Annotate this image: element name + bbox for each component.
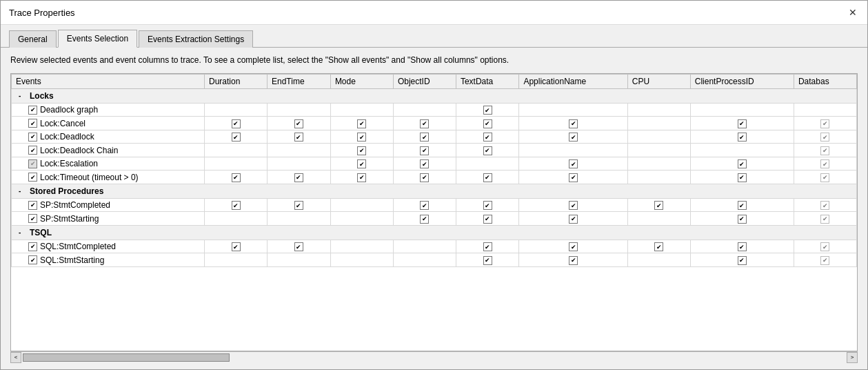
checkbox-clientpid[interactable] bbox=[738, 215, 747, 224]
cell-cpu bbox=[627, 130, 690, 144]
checkbox-appname[interactable] bbox=[569, 256, 578, 265]
checkbox-appname[interactable] bbox=[569, 173, 578, 182]
checkbox-clientpid[interactable] bbox=[738, 242, 747, 251]
tab-events-extraction[interactable]: Events Extraction Settings bbox=[139, 30, 253, 48]
checkbox-endtime[interactable] bbox=[294, 119, 303, 128]
checkbox-mode[interactable] bbox=[357, 159, 366, 168]
checkbox-clientpid[interactable] bbox=[738, 119, 747, 128]
checkbox-database[interactable] bbox=[820, 256, 829, 265]
checkbox-textdata[interactable] bbox=[483, 173, 492, 182]
table-row: SQL:StmtCompleted bbox=[12, 240, 857, 253]
scroll-right-button[interactable]: > bbox=[847, 352, 858, 363]
checkbox-mode[interactable] bbox=[357, 119, 366, 128]
row-checkbox[interactable] bbox=[28, 201, 37, 210]
checkbox-endtime[interactable] bbox=[294, 201, 303, 210]
checkbox-objectid[interactable] bbox=[420, 119, 429, 128]
checkbox-database[interactable] bbox=[820, 146, 829, 155]
events-table-wrapper[interactable]: Events Duration EndTime Mode ObjectID Te… bbox=[10, 73, 858, 351]
checkbox-duration[interactable] bbox=[232, 173, 241, 182]
checkbox-mode[interactable] bbox=[357, 133, 366, 142]
cell-appname bbox=[519, 240, 627, 253]
checkbox-database[interactable] bbox=[820, 159, 829, 168]
checkbox-objectid[interactable] bbox=[420, 201, 429, 210]
checkbox-objectid[interactable] bbox=[420, 159, 429, 168]
checkbox-objectid[interactable] bbox=[420, 215, 429, 224]
checkbox-appname[interactable] bbox=[569, 242, 578, 251]
checkbox-clientpid[interactable] bbox=[738, 173, 747, 182]
checkbox-endtime[interactable] bbox=[294, 242, 303, 251]
row-checkbox[interactable] bbox=[28, 242, 37, 251]
checkbox-clientpid[interactable] bbox=[738, 256, 747, 265]
checkbox-database[interactable] bbox=[820, 173, 829, 182]
checkbox-duration[interactable] bbox=[232, 201, 241, 210]
checkbox-appname[interactable] bbox=[569, 159, 578, 168]
checkbox-appname[interactable] bbox=[569, 201, 578, 210]
checkbox-appname[interactable] bbox=[569, 215, 578, 224]
cell-endtime bbox=[268, 240, 331, 253]
close-button[interactable]: ✕ bbox=[847, 6, 859, 19]
checkbox-objectid[interactable] bbox=[420, 173, 429, 182]
checkbox-textdata[interactable] bbox=[483, 133, 492, 142]
checkbox-textdata[interactable] bbox=[483, 106, 492, 115]
cell-textdata bbox=[456, 253, 519, 267]
checkbox-duration[interactable] bbox=[232, 119, 241, 128]
checkbox-textdata[interactable] bbox=[483, 242, 492, 251]
checkbox-database[interactable] bbox=[820, 201, 829, 210]
checkbox-clientpid[interactable] bbox=[738, 159, 747, 168]
table-row: Lock:Timeout (timeout > 0) bbox=[12, 171, 857, 184]
checkbox-textdata[interactable] bbox=[483, 201, 492, 210]
checkbox-textdata[interactable] bbox=[483, 256, 492, 265]
checkbox-cpu[interactable] bbox=[654, 201, 663, 210]
tab-events-selection[interactable]: Events Selection bbox=[58, 30, 137, 48]
checkbox-mode[interactable] bbox=[357, 146, 366, 155]
cell-clientpid bbox=[690, 130, 794, 144]
checkbox-objectid[interactable] bbox=[420, 146, 429, 155]
row-checkbox[interactable] bbox=[28, 255, 37, 264]
row-checkbox[interactable] bbox=[28, 173, 37, 182]
checkbox-duration[interactable] bbox=[232, 242, 241, 251]
checkbox-objectid[interactable] bbox=[420, 133, 429, 142]
row-checkbox[interactable] bbox=[28, 133, 37, 142]
checkbox-duration[interactable] bbox=[232, 133, 241, 142]
cell-mode bbox=[330, 171, 393, 184]
row-checkbox[interactable] bbox=[28, 214, 37, 223]
cell-objectid bbox=[393, 253, 456, 267]
checkbox-appname[interactable] bbox=[569, 133, 578, 142]
checkbox-database[interactable] bbox=[820, 242, 829, 251]
collapse-icon[interactable]: - bbox=[19, 92, 27, 99]
cell-database bbox=[794, 212, 856, 226]
row-checkbox[interactable] bbox=[28, 146, 37, 155]
cell-database bbox=[794, 144, 856, 157]
row-checkbox[interactable] bbox=[28, 119, 37, 128]
checkbox-database[interactable] bbox=[820, 215, 829, 224]
checkbox-endtime[interactable] bbox=[294, 173, 303, 182]
checkbox-database[interactable] bbox=[820, 133, 829, 142]
collapse-icon[interactable]: - bbox=[19, 228, 27, 236]
collapse-icon[interactable]: - bbox=[19, 187, 27, 195]
horizontal-scrollbar[interactable]: < > bbox=[10, 351, 858, 362]
checkbox-clientpid[interactable] bbox=[738, 133, 747, 142]
tab-general[interactable]: General bbox=[9, 30, 57, 48]
cell-textdata bbox=[456, 171, 519, 184]
checkbox-mode[interactable] bbox=[357, 173, 366, 182]
row-checkbox[interactable] bbox=[28, 106, 37, 115]
cell-textdata bbox=[456, 212, 519, 226]
row-checkbox[interactable] bbox=[28, 159, 37, 168]
cell-cpu bbox=[627, 212, 690, 226]
checkbox-appname[interactable] bbox=[569, 119, 578, 128]
checkbox-textdata[interactable] bbox=[483, 146, 492, 155]
checkbox-clientpid[interactable] bbox=[738, 201, 747, 210]
cell-appname bbox=[519, 157, 627, 171]
checkbox-database[interactable] bbox=[820, 119, 829, 128]
table-row: SP:StmtStarting bbox=[12, 212, 857, 226]
scrollbar-thumb[interactable] bbox=[23, 353, 230, 362]
scroll-left-button[interactable]: < bbox=[10, 352, 21, 363]
cell-mode bbox=[330, 253, 393, 267]
checkbox-cpu[interactable] bbox=[654, 242, 663, 251]
checkbox-endtime[interactable] bbox=[294, 133, 303, 142]
cell-clientpid bbox=[690, 157, 794, 171]
checkbox-textdata[interactable] bbox=[483, 215, 492, 224]
event-cell: Lock:Deadlock Chain bbox=[12, 144, 205, 157]
checkbox-textdata[interactable] bbox=[483, 119, 492, 128]
event-label: SP:StmtCompleted bbox=[40, 200, 110, 210]
